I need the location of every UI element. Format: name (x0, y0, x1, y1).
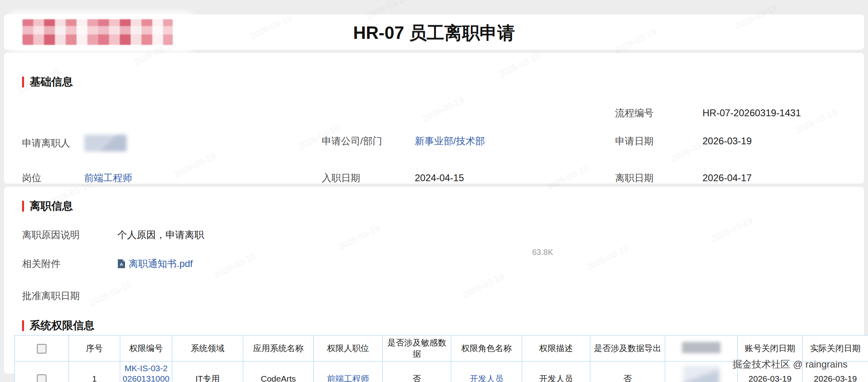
redacted-cell (683, 366, 719, 382)
basic-info-card: 基础信息 流程编号 HR-07-20260319-1431 申请离职人 申请公司… (4, 53, 864, 184)
page-title: HR-07 员工离职申请 (4, 14, 864, 50)
reason-label: 离职原因说明 (22, 228, 117, 241)
table-header-row: 序号 权限编号 系统领域 应用系统名称 权限人职位 是否涉及敏感数据 权限角色名… (15, 336, 868, 362)
role-name-link[interactable]: 开发人员 (470, 374, 503, 382)
apply-date-value: 2026-03-19 (702, 135, 752, 147)
entry-date-value: 2024-04-15 (415, 172, 464, 184)
row-checkbox[interactable] (37, 374, 46, 382)
leave-date-value: 2026-04-17 (702, 172, 752, 184)
section-marker (22, 320, 24, 331)
applicant-label: 申请离职人 (22, 137, 84, 150)
select-all-cell (15, 336, 69, 362)
department-link[interactable]: 新事业部/技术部 (415, 135, 485, 148)
position-label: 岗位 (22, 172, 84, 184)
attachment-link[interactable]: 离职通知书.pdf (117, 257, 193, 270)
select-all-checkbox[interactable] (37, 344, 46, 354)
cell-description: 开发人员 (522, 362, 590, 382)
col-redacted (665, 336, 738, 362)
section-marker (22, 77, 24, 87)
permissions-heading: 系统权限信息 (22, 319, 864, 332)
pdf-file-icon (117, 259, 125, 269)
resign-info-card: 离职信息 离职原因说明 个人原因，申请离职 相关附件 离职通知书.pdf 63.… (4, 187, 864, 374)
cell-app-name: CodeArts (243, 362, 314, 382)
process-no-value: HR-07-20260319-1431 (702, 107, 801, 119)
row-select-cell (15, 362, 69, 382)
col-permission-no: 权限编号 (120, 336, 172, 362)
cell-seq: 1 (69, 362, 120, 382)
col-holder-position: 权限人职位 (314, 336, 383, 362)
applicant-redacted-value (84, 135, 127, 152)
col-role-name: 权限角色名称 (451, 336, 522, 362)
redacted-header (682, 342, 721, 353)
col-actual-close-date: 实际关闭日期 (803, 336, 868, 362)
process-no-label: 流程编号 (615, 107, 702, 119)
cell-redacted (665, 362, 738, 382)
col-description: 权限描述 (522, 336, 590, 362)
resign-info-heading: 离职信息 (22, 200, 864, 212)
col-data-export: 是否涉及数据导出 (590, 336, 665, 362)
col-account-close-date: 账号关闭日期 (738, 336, 803, 362)
community-credit: 掘金技术社区 @ raingrains (733, 358, 848, 371)
attachment-file-size: 63.8K (532, 248, 553, 257)
permission-no-link[interactable]: MK-IS-03-20260131000017 (123, 364, 170, 382)
header-card: HR-07 员工离职申请 (4, 14, 864, 50)
col-seq: 序号 (69, 336, 120, 362)
page: 2026-03-19 2026-03-19 2026-03-19 2026-03… (0, 0, 868, 382)
approve-date-label: 批准离职日期 (22, 289, 117, 302)
entry-date-label: 入职日期 (322, 172, 415, 184)
col-sensitive-data: 是否涉及敏感数据 (383, 336, 451, 362)
col-system-domain: 系统领域 (172, 336, 243, 362)
apply-date-label: 申请日期 (615, 135, 702, 148)
leave-date-label: 离职日期 (615, 172, 702, 184)
holder-position-link[interactable]: 前端工程师 (327, 374, 369, 382)
department-label: 申请公司/部门 (322, 135, 415, 148)
section-marker (22, 201, 24, 212)
position-link[interactable]: 前端工程师 (84, 172, 132, 184)
basic-info-heading: 基础信息 (22, 75, 846, 88)
cell-data-export: 否 (590, 362, 665, 382)
reason-value: 个人原因，申请离职 (117, 228, 204, 241)
cell-system-domain: IT专用 (172, 362, 243, 382)
cell-sensitive-data: 否 (383, 362, 451, 382)
col-app-name: 应用系统名称 (243, 336, 314, 362)
attachment-label: 相关附件 (22, 257, 117, 270)
